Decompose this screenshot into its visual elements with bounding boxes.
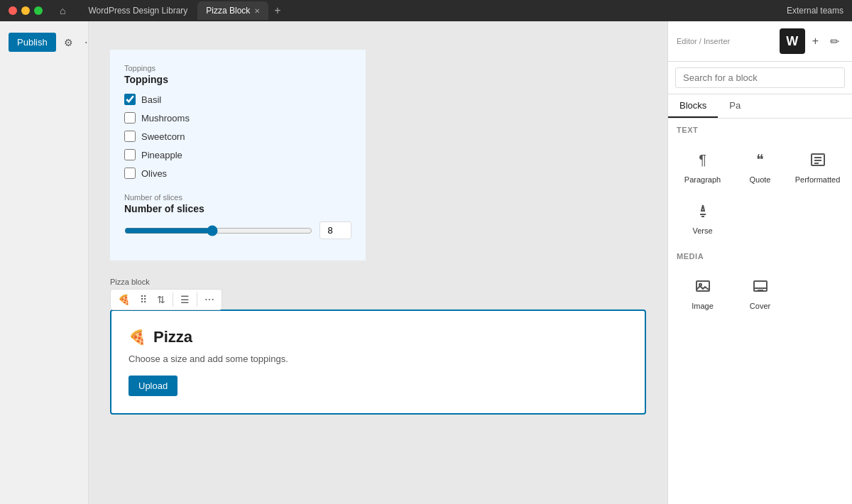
toppings-section-label: Toppings	[124, 64, 351, 72]
image-icon	[690, 273, 716, 299]
block-label: Pizza block	[110, 278, 646, 286]
slices-number-input[interactable]	[320, 221, 351, 239]
topping-pineapple-label: Pineapple	[141, 150, 182, 160]
pizza-toolbar-icon: 🍕	[118, 294, 130, 305]
block-item-image[interactable]: Image	[674, 266, 731, 317]
paragraph-label: Paragraph	[684, 175, 721, 184]
topping-basil-checkbox[interactable]	[124, 94, 136, 105]
block-item-verse[interactable]: Verse	[674, 191, 731, 242]
pencil-icon-button[interactable]: ✏	[826, 28, 843, 54]
topping-olives-label: Olives	[141, 168, 167, 179]
search-bar	[668, 62, 852, 94]
main-layout: Publish ⚙ ⋯ Toppings Toppings Basil	[0, 21, 852, 504]
cover-label: Cover	[750, 302, 770, 310]
quote-label: Quote	[750, 175, 771, 184]
settings-button[interactable]: ⚙	[60, 33, 77, 52]
tab-pizza-block[interactable]: Pizza Block ✕	[197, 1, 268, 20]
pizza-block-icon: 🍕	[129, 329, 146, 346]
window-controls	[9, 6, 43, 15]
verse-icon	[690, 198, 716, 224]
toppings-section: Toppings Toppings Basil Mushrooms Sweetc…	[124, 64, 351, 179]
topping-mushrooms-checkbox[interactable]	[124, 112, 136, 124]
tab-blocks[interactable]: Blocks	[668, 94, 718, 118]
maximize-button[interactable]	[34, 6, 43, 15]
topping-olives[interactable]: Olives	[124, 168, 351, 179]
tab-patterns[interactable]: Pa	[718, 94, 752, 118]
toolbar-separator-2	[197, 292, 197, 307]
block-sidebar: Toppings Toppings Basil Mushrooms Sweetc…	[110, 50, 366, 261]
pizza-block-content: 🍕 Pizza Choose a size and add some toppi…	[110, 309, 646, 415]
title-tabs: WordPress Design Library Pizza Block ✕ +	[80, 1, 285, 20]
align-icon: ☰	[180, 294, 190, 305]
block-item-paragraph[interactable]: ¶ Paragraph	[674, 140, 731, 191]
right-panel-header: Editor / Inserter W + ✏	[668, 21, 852, 62]
topping-mushrooms-label: Mushrooms	[141, 113, 190, 124]
pizza-title: Pizza	[153, 328, 192, 346]
preformatted-icon	[805, 147, 831, 172]
publish-button[interactable]: Publish	[9, 33, 56, 52]
paragraph-icon: ¶	[690, 147, 716, 172]
topping-sweetcorn-checkbox[interactable]	[124, 131, 136, 142]
panel-header-icons: W + ✏	[780, 28, 843, 54]
block-toolbar: 🍕 ⠿ ⇅ ☰ ⋯	[110, 289, 222, 310]
quote-icon: ❝	[748, 147, 773, 172]
upload-button[interactable]: Upload	[129, 376, 178, 396]
move-up-down-button[interactable]: ⇅	[153, 291, 170, 308]
slices-section: Number of slices Number of slices	[124, 193, 351, 239]
external-teams-label: External teams	[787, 6, 843, 16]
tab-wordpress-design-library[interactable]: WordPress Design Library	[80, 1, 196, 20]
pizza-block-container: Pizza block 🍕 ⠿ ⇅ ☰ ⋯	[110, 278, 646, 415]
block-item-cover[interactable]: Cover	[731, 266, 789, 317]
gear-icon: ⚙	[64, 37, 73, 48]
blocks-tabs: Blocks Pa	[668, 94, 852, 119]
topping-sweetcorn-label: Sweetcorn	[141, 131, 185, 142]
topping-pineapple-checkbox[interactable]	[124, 149, 136, 160]
block-item-preformatted[interactable]: Performatted	[789, 140, 846, 191]
toolbar-actions: Publish ⚙ ⋯	[6, 30, 101, 55]
title-bar: ⌂ WordPress Design Library Pizza Block ✕…	[0, 0, 852, 21]
topping-mushrooms[interactable]: Mushrooms	[124, 112, 351, 124]
tab-close-icon[interactable]: ✕	[254, 7, 260, 15]
topping-basil-label: Basil	[141, 94, 161, 105]
more-block-options-button[interactable]: ⋯	[200, 291, 219, 308]
drag-icon: ⠿	[140, 294, 147, 305]
editor-inserter-label: Editor / Inserter	[677, 37, 730, 45]
cover-icon	[748, 273, 773, 299]
toolbar-separator	[173, 292, 173, 307]
svg-rect-8	[754, 281, 767, 291]
slices-section-title: Number of slices	[124, 203, 351, 214]
drag-handle-button[interactable]: ⠿	[136, 291, 151, 308]
minimize-button[interactable]	[21, 6, 30, 15]
topping-pineapple[interactable]: Pineapple	[124, 149, 351, 160]
toppings-section-title: Toppings	[124, 74, 351, 85]
right-panel: Editor / Inserter W + ✏ Blocks Pa TEXT ¶…	[667, 21, 852, 504]
insert-block-button[interactable]: +	[808, 28, 823, 54]
slices-control-row	[124, 221, 351, 239]
media-blocks-grid: Image Cover	[668, 263, 852, 320]
left-toolbar: Publish ⚙ ⋯	[0, 21, 89, 504]
text-blocks-grid: ¶ Paragraph ❝ Quote Performatted	[668, 137, 852, 245]
topping-olives-checkbox[interactable]	[124, 168, 136, 179]
close-button[interactable]	[9, 6, 17, 15]
slices-slider[interactable]	[124, 225, 312, 236]
image-label: Image	[692, 302, 714, 310]
arrows-icon: ⇅	[157, 294, 165, 305]
editor-canvas: Toppings Toppings Basil Mushrooms Sweetc…	[89, 21, 667, 504]
preformatted-label: Performatted	[795, 175, 841, 184]
align-button[interactable]: ☰	[176, 291, 194, 308]
home-icon[interactable]: ⌂	[60, 5, 65, 16]
add-tab-button[interactable]: +	[270, 4, 285, 17]
search-input[interactable]	[675, 67, 845, 88]
verse-label: Verse	[692, 226, 712, 235]
wp-logo: W	[780, 28, 805, 54]
pizza-header: 🍕 Pizza	[129, 328, 628, 346]
block-item-quote[interactable]: ❝ Quote	[731, 140, 789, 191]
ellipsis-icon: ⋯	[204, 294, 214, 305]
topping-sweetcorn[interactable]: Sweetcorn	[124, 131, 351, 142]
pizza-description: Choose a size and add some toppings.	[129, 354, 628, 364]
topping-basil[interactable]: Basil	[124, 94, 351, 105]
pizza-icon-button[interactable]: 🍕	[114, 291, 134, 308]
media-section-label: MEDIA	[668, 245, 852, 263]
slices-section-label: Number of slices	[124, 193, 351, 202]
text-section-label: TEXT	[668, 119, 852, 137]
